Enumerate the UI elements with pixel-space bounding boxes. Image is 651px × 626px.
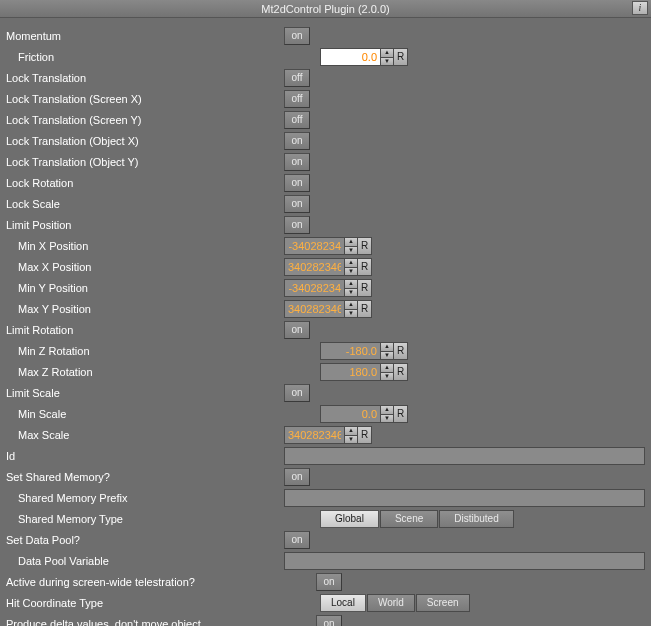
spin-down-icon[interactable]: ▼ [380, 414, 394, 424]
hit-coord-local[interactable]: Local [320, 594, 366, 612]
friction-label: Friction [6, 51, 284, 63]
produce-delta-label: Produce delta values, don't move object [6, 618, 316, 626]
min-x-input[interactable] [284, 237, 344, 255]
max-x-reset[interactable]: R [358, 258, 372, 276]
max-x-spinner[interactable]: ▲▼ [344, 258, 358, 276]
shared-mem-prefix-label: Shared Memory Prefix [6, 492, 284, 504]
min-x-label: Min X Position [6, 240, 284, 252]
min-y-label: Min Y Position [6, 282, 284, 294]
min-z-rot-input[interactable] [320, 342, 380, 360]
max-y-reset[interactable]: R [358, 300, 372, 318]
shared-mem-type-global[interactable]: Global [320, 510, 379, 528]
lock-trans-oy-toggle[interactable]: on [284, 153, 310, 171]
set-data-pool-label: Set Data Pool? [6, 534, 284, 546]
shared-mem-type-label: Shared Memory Type [6, 513, 284, 525]
spin-up-icon[interactable]: ▲ [380, 342, 394, 351]
spin-up-icon[interactable]: ▲ [344, 258, 358, 267]
min-x-reset[interactable]: R [358, 237, 372, 255]
active-telestration-label: Active during screen-wide telestration? [6, 576, 316, 588]
min-z-rot-reset[interactable]: R [394, 342, 408, 360]
limit-scale-toggle[interactable]: on [284, 384, 310, 402]
lock-trans-sy-label: Lock Translation (Screen Y) [6, 114, 284, 126]
min-y-input[interactable] [284, 279, 344, 297]
lock-trans-sx-label: Lock Translation (Screen X) [6, 93, 284, 105]
shared-mem-type-distributed[interactable]: Distibuted [439, 510, 513, 528]
max-scale-label: Max Scale [6, 429, 284, 441]
min-x-spinner[interactable]: ▲▼ [344, 237, 358, 255]
set-data-pool-toggle[interactable]: on [284, 531, 310, 549]
spin-up-icon[interactable]: ▲ [380, 363, 394, 372]
info-button[interactable]: i [632, 1, 648, 15]
hit-coord-world[interactable]: World [367, 594, 415, 612]
produce-delta-toggle[interactable]: on [316, 615, 342, 626]
spin-down-icon[interactable]: ▼ [344, 288, 358, 298]
min-scale-spinner[interactable]: ▲▼ [380, 405, 394, 423]
hit-coord-label: Hit Coordinate Type [6, 597, 284, 609]
spin-up-icon[interactable]: ▲ [380, 48, 394, 57]
limit-rotation-toggle[interactable]: on [284, 321, 310, 339]
friction-input[interactable] [320, 48, 380, 66]
limit-scale-label: Limit Scale [6, 387, 284, 399]
spin-up-icon[interactable]: ▲ [344, 279, 358, 288]
spin-down-icon[interactable]: ▼ [380, 372, 394, 382]
lock-translation-toggle[interactable]: off [284, 69, 310, 87]
lock-scale-label: Lock Scale [6, 198, 284, 210]
max-y-spinner[interactable]: ▲▼ [344, 300, 358, 318]
min-y-spinner[interactable]: ▲▼ [344, 279, 358, 297]
max-z-rot-reset[interactable]: R [394, 363, 408, 381]
lock-rotation-label: Lock Rotation [6, 177, 284, 189]
max-scale-reset[interactable]: R [358, 426, 372, 444]
min-z-rot-spinner[interactable]: ▲▼ [380, 342, 394, 360]
min-scale-label: Min Scale [6, 408, 284, 420]
min-z-rot-label: Min Z Rotation [6, 345, 284, 357]
friction-reset-button[interactable]: R [394, 48, 408, 66]
max-scale-input[interactable] [284, 426, 344, 444]
lock-translation-label: Lock Translation [6, 72, 284, 84]
spin-up-icon[interactable]: ▲ [344, 237, 358, 246]
min-y-reset[interactable]: R [358, 279, 372, 297]
spin-down-icon[interactable]: ▼ [344, 435, 358, 445]
spin-down-icon[interactable]: ▼ [380, 57, 394, 67]
momentum-label: Momentum [6, 30, 284, 42]
set-shared-mem-toggle[interactable]: on [284, 468, 310, 486]
shared-mem-type-scene[interactable]: Scene [380, 510, 438, 528]
lock-trans-oy-label: Lock Translation (Object Y) [6, 156, 284, 168]
spin-down-icon[interactable]: ▼ [344, 267, 358, 277]
max-y-input[interactable] [284, 300, 344, 318]
spin-up-icon[interactable]: ▲ [344, 300, 358, 309]
spin-up-icon[interactable]: ▲ [380, 405, 394, 414]
max-z-rot-input[interactable] [320, 363, 380, 381]
min-scale-reset[interactable]: R [394, 405, 408, 423]
max-z-rot-spinner[interactable]: ▲▼ [380, 363, 394, 381]
lock-rotation-toggle[interactable]: on [284, 174, 310, 192]
spin-down-icon[interactable]: ▼ [344, 309, 358, 319]
hit-coord-screen[interactable]: Screen [416, 594, 470, 612]
spin-down-icon[interactable]: ▼ [344, 246, 358, 256]
shared-mem-prefix-input[interactable] [284, 489, 645, 507]
data-pool-var-input[interactable] [284, 552, 645, 570]
lock-trans-sx-toggle[interactable]: off [284, 90, 310, 108]
lock-trans-sy-toggle[interactable]: off [284, 111, 310, 129]
id-label: Id [6, 450, 284, 462]
lock-trans-ox-toggle[interactable]: on [284, 132, 310, 150]
lock-scale-toggle[interactable]: on [284, 195, 310, 213]
spin-down-icon[interactable]: ▼ [380, 351, 394, 361]
max-y-label: Max Y Position [6, 303, 284, 315]
friction-spinner[interactable]: ▲ ▼ [380, 48, 394, 66]
max-x-input[interactable] [284, 258, 344, 276]
active-telestration-toggle[interactable]: on [316, 573, 342, 591]
limit-position-toggle[interactable]: on [284, 216, 310, 234]
window-title: Mt2dControl Plugin (2.0.0) [261, 3, 389, 15]
id-input[interactable] [284, 447, 645, 465]
min-scale-input[interactable] [320, 405, 380, 423]
spin-up-icon[interactable]: ▲ [344, 426, 358, 435]
max-scale-spinner[interactable]: ▲▼ [344, 426, 358, 444]
max-z-rot-label: Max Z Rotation [6, 366, 284, 378]
lock-trans-ox-label: Lock Translation (Object X) [6, 135, 284, 147]
momentum-toggle[interactable]: on [284, 27, 310, 45]
properties-panel: Momentum on Friction ▲ ▼ R Lock Translat… [0, 18, 651, 626]
limit-rotation-label: Limit Rotation [6, 324, 284, 336]
limit-position-label: Limit Position [6, 219, 284, 231]
set-shared-mem-label: Set Shared Memory? [6, 471, 284, 483]
max-x-label: Max X Position [6, 261, 284, 273]
